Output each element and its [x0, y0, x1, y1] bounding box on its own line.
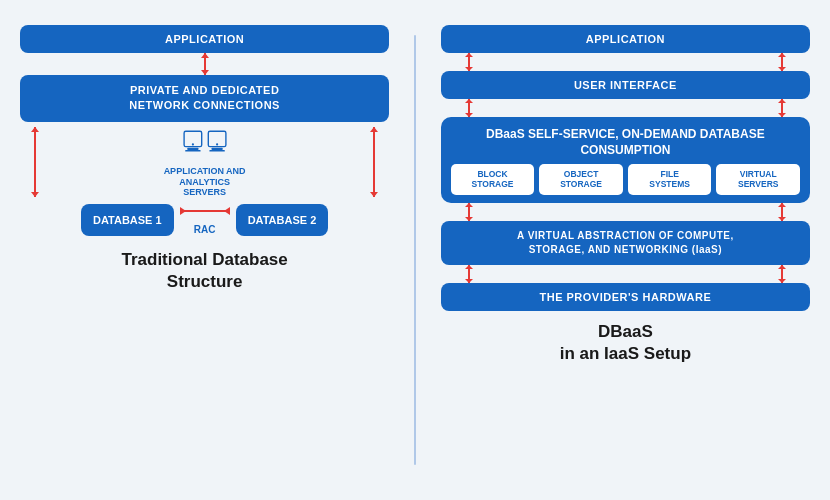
trad-db1-box: DATABASE 1 [81, 204, 174, 236]
svg-marker-37 [778, 217, 786, 221]
svg-marker-15 [370, 127, 378, 132]
block-storage-box: BLOCK STORAGE [451, 164, 535, 194]
dbaas-outer-box: DBaaS SELF-SERVICE, ON-DEMAND DATABASE C… [441, 117, 810, 203]
svg-marker-21 [465, 53, 473, 57]
object-storage-label: OBJECT STORAGE [544, 169, 618, 189]
block-storage-label: BLOCK STORAGE [456, 169, 530, 189]
left-arrows [20, 127, 50, 197]
arrow-app-to-network [197, 53, 213, 75]
right-arrows [359, 127, 389, 197]
main-container: APPLICATION PRIVATE AND DEDICATED NETWOR… [5, 5, 825, 495]
svg-marker-40 [465, 279, 473, 283]
bottom-row: DATABASE 1 RAC DATABASE 2 [20, 202, 389, 237]
app-to-ui-arrows [441, 53, 810, 71]
dbaas-application-label: APPLICATION [586, 33, 665, 45]
trad-title: Traditional Database Structure [121, 249, 287, 293]
hardware-box: THE PROVIDER'S HARDWARE [441, 283, 810, 311]
svg-marker-1 [201, 53, 209, 58]
trad-db1-label: DATABASE 1 [93, 214, 162, 226]
svg-marker-16 [370, 192, 378, 197]
dbaas-application-box: APPLICATION [441, 25, 810, 53]
svg-marker-30 [778, 99, 786, 103]
servers-icon-group: APPLICATION AND ANALYTICS SERVERS [160, 126, 250, 198]
iaas-to-hardware-arrows [441, 265, 810, 283]
dbaas-title: DBaaS in an IaaS Setup [560, 321, 691, 365]
svg-marker-4 [31, 127, 39, 132]
dbaas-diagram: APPLICATION USER INTERFACE [436, 15, 815, 485]
svg-marker-24 [778, 53, 786, 57]
ui-to-dbaas-arrows [441, 99, 810, 117]
rac-section: RAC [180, 202, 230, 237]
trad-application-label: APPLICATION [165, 33, 244, 45]
svg-marker-42 [778, 265, 786, 269]
trad-network-label: PRIVATE AND DEDICATED NETWORK CONNECTION… [34, 83, 375, 114]
svg-rect-12 [209, 150, 224, 152]
dbaas-ui-box: USER INTERFACE [441, 71, 810, 99]
iaas-box: A VIRTUAL ABSTRACTION OF COMPUTE, STORAG… [441, 221, 810, 265]
svg-point-9 [191, 143, 193, 145]
dbaas-main-label: DBaaS SELF-SERVICE, ON-DEMAND DATABASE C… [486, 127, 765, 157]
rac-label: RAC [190, 222, 220, 237]
svg-rect-11 [211, 148, 222, 150]
trad-db2-box: DATABASE 2 [236, 204, 329, 236]
svg-marker-5 [31, 192, 39, 197]
virtual-servers-label: VIRTUAL SERVERS [721, 169, 795, 189]
object-storage-box: OBJECT STORAGE [539, 164, 623, 194]
dbaas-outer-title: DBaaS SELF-SERVICE, ON-DEMAND DATABASE C… [451, 127, 800, 158]
svg-rect-7 [187, 148, 198, 150]
dbaas-sub-boxes: BLOCK STORAGE OBJECT STORAGE FILE SYSTEM… [451, 164, 800, 194]
svg-marker-43 [778, 279, 786, 283]
svg-marker-36 [778, 203, 786, 207]
center-divider [414, 35, 416, 465]
svg-marker-18 [180, 207, 186, 215]
iaas-label: A VIRTUAL ABSTRACTION OF COMPUTE, STORAG… [455, 229, 796, 257]
dbaas-to-iaas-arrows [441, 203, 810, 221]
mid-row: APPLICATION AND ANALYTICS SERVERS [20, 126, 389, 198]
svg-rect-8 [185, 150, 200, 152]
trad-db2-label: DATABASE 2 [248, 214, 317, 226]
svg-marker-34 [465, 217, 473, 221]
virtual-servers-box: VIRTUAL SERVERS [716, 164, 800, 194]
svg-marker-33 [465, 203, 473, 207]
svg-marker-19 [224, 207, 230, 215]
svg-marker-27 [465, 99, 473, 103]
trad-application-box: APPLICATION [20, 25, 389, 53]
file-systems-label: FILE SYSTEMS [633, 169, 707, 189]
hardware-label: THE PROVIDER'S HARDWARE [539, 291, 711, 303]
dbaas-ui-label: USER INTERFACE [574, 79, 677, 91]
trad-network-box: PRIVATE AND DEDICATED NETWORK CONNECTION… [20, 75, 389, 122]
traditional-diagram: APPLICATION PRIVATE AND DEDICATED NETWOR… [15, 15, 394, 485]
svg-marker-39 [465, 265, 473, 269]
servers-label: APPLICATION AND ANALYTICS SERVERS [160, 166, 250, 198]
file-systems-box: FILE SYSTEMS [628, 164, 712, 194]
svg-point-13 [216, 143, 218, 145]
